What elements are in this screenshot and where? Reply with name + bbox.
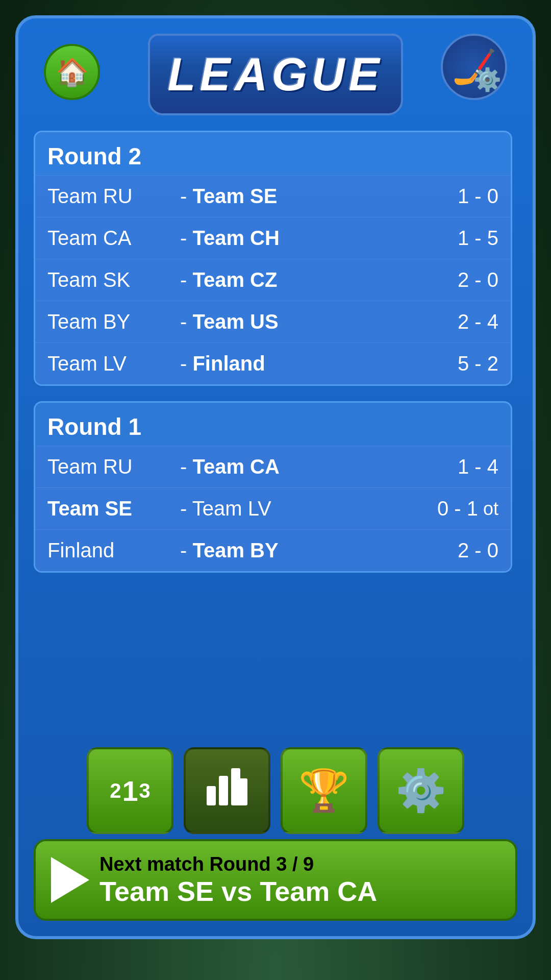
ranking-icon: 213 <box>110 774 151 807</box>
match-score: 2 - 0 <box>437 539 498 562</box>
svg-rect-1 <box>219 776 228 805</box>
stats-icon <box>204 766 250 816</box>
main-panel: 🏠 🏒 ⚙️ LEAGUE Round 2 Team RU - Team SE … <box>15 15 536 939</box>
table-row: Team SE - Team LV 0 - 1 ot <box>35 487 511 529</box>
league-title: LEAGUE <box>167 48 383 101</box>
gear-icon: ⚙️ <box>473 66 502 93</box>
table-row: Team RU - Team SE 1 - 0 <box>35 175 511 217</box>
table-row: Team SK - Team CZ 2 - 0 <box>35 259 511 301</box>
vs-separator: - Team CH <box>180 227 323 250</box>
team-home: Team BY <box>47 310 180 333</box>
home-button[interactable]: 🏠 <box>44 44 100 100</box>
next-match-button[interactable]: Next match Round 3 / 9 Team SE vs Team C… <box>34 839 517 921</box>
vs-separator: - Finland <box>180 352 323 375</box>
svg-rect-0 <box>207 786 216 805</box>
table-row: Team CA - Team CH 1 - 5 <box>35 217 511 259</box>
league-banner-bg: LEAGUE <box>148 34 403 115</box>
round-2-block: Round 2 Team RU - Team SE 1 - 0 Team CA … <box>34 131 512 386</box>
match-score: 1 - 5 <box>437 227 498 250</box>
next-match-teams: Team SE vs Team CA <box>99 875 377 907</box>
league-banner: LEAGUE <box>148 34 403 115</box>
settings-button[interactable]: ⚙️ <box>378 747 464 834</box>
table-row: Finland - Team BY 2 - 0 <box>35 529 511 571</box>
match-score: 2 - 4 <box>437 310 498 333</box>
vs-separator: - Team US <box>180 310 323 333</box>
trophy-icon: 🏆 <box>298 767 349 815</box>
bottom-toolbar: 213 🏆 ⚙️ <box>34 747 517 834</box>
vs-separator: - Team LV <box>180 497 323 520</box>
settings-icon: ⚙️ <box>395 767 446 815</box>
content-area: Round 2 Team RU - Team SE 1 - 0 Team CA … <box>34 131 517 793</box>
stats-button[interactable] <box>184 747 270 834</box>
team-home: Team SE <box>47 497 180 520</box>
home-icon: 🏠 <box>56 57 89 88</box>
match-score: 0 - 1 <box>417 497 478 520</box>
trophy-button[interactable]: 🏆 <box>281 747 367 834</box>
team-home: Finland <box>47 539 180 562</box>
match-score: 5 - 2 <box>437 352 498 375</box>
table-row: Team BY - Team US 2 - 4 <box>35 301 511 342</box>
match-score: 1 - 4 <box>437 455 498 478</box>
match-score: 1 - 0 <box>437 185 498 208</box>
vs-separator: - Team CA <box>180 455 323 478</box>
vs-separator: - Team SE <box>180 185 323 208</box>
vs-separator: - Team BY <box>180 539 323 562</box>
next-match-label: Next match Round 3 / 9 <box>99 853 377 875</box>
table-row: Team RU - Team CA 1 - 4 <box>35 446 511 487</box>
team-home: Team CA <box>47 227 180 250</box>
vs-separator: - Team CZ <box>180 268 323 291</box>
rounds-scroll[interactable]: Round 2 Team RU - Team SE 1 - 0 Team CA … <box>34 131 517 793</box>
team-home: Team LV <box>47 352 180 375</box>
team-home: Team SK <box>47 268 180 291</box>
ot-label: ot <box>483 498 498 520</box>
team-home: Team RU <box>47 185 180 208</box>
character-settings-button[interactable]: 🏒 ⚙️ <box>441 34 507 100</box>
svg-rect-3 <box>238 778 247 805</box>
round-1-block: Round 1 Team RU - Team CA 1 - 4 Team SE … <box>34 401 512 573</box>
round-1-header: Round 1 <box>35 403 511 446</box>
next-match-text: Next match Round 3 / 9 Team SE vs Team C… <box>99 853 377 907</box>
team-home: Team RU <box>47 455 180 478</box>
play-icon <box>51 857 89 903</box>
rankings-button[interactable]: 213 <box>87 747 173 834</box>
match-score: 2 - 0 <box>437 268 498 291</box>
round-2-header: Round 2 <box>35 132 511 175</box>
table-row: Team LV - Finland 5 - 2 <box>35 342 511 384</box>
